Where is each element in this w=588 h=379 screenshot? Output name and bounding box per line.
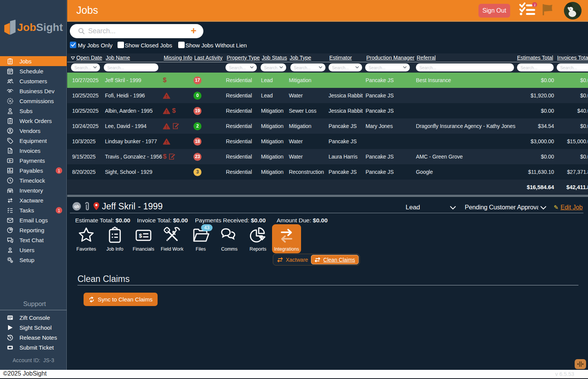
svg-text:$: $: [9, 159, 10, 162]
svg-text:1: 1: [534, 3, 536, 7]
svg-text:qb: qb: [74, 204, 79, 209]
svg-text:$: $: [139, 232, 142, 239]
